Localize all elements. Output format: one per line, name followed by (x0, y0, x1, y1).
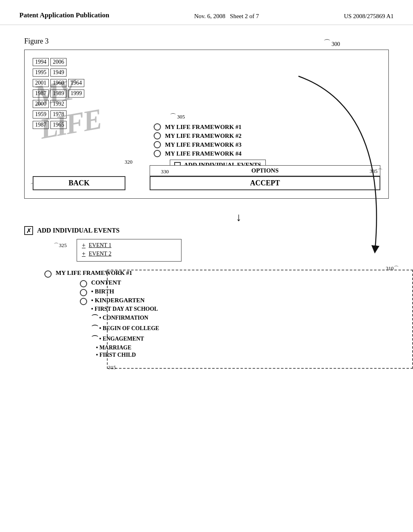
event-label-2: EVENT 2 (89, 251, 111, 257)
year-row-5: 2000 1992 (32, 99, 153, 109)
year-tag: 1994 (33, 58, 49, 66)
confirmation-label: ⌒• CONFIRMATION (91, 313, 389, 323)
ref-305: 305 (170, 112, 380, 121)
header-date: Nov. 6, 2008 (194, 13, 225, 19)
year-tag: 1995 (33, 69, 49, 77)
year-tag: 1989 (50, 89, 67, 98)
bottom-framework-label-1: MY LIFE FRAMEWORK #1 (56, 270, 132, 276)
page-header: Patent Application Publication Nov. 6, 2… (0, 0, 413, 25)
radio-3[interactable] (154, 141, 161, 148)
header-sheet: Sheet 2 of 7 (230, 13, 259, 19)
ref-315: 315 (108, 364, 116, 371)
year-row-4: 1987 1989 1999 (32, 89, 153, 98)
events-box: ⌒325 + EVENT 1 + EVENT 2 (77, 239, 181, 262)
radio-bottom-1[interactable] (44, 270, 52, 278)
marriage-label: • MARRIAGE (96, 345, 389, 351)
year-row-2: 1995 1949 (32, 68, 153, 77)
event-item-2: + EVENT 2 (82, 250, 176, 258)
accept-button[interactable]: ACCEPT (150, 176, 380, 190)
options-label: OPTIONS (251, 167, 279, 174)
framework-list: 305 MY LIFE FRAMEWORK #1 MY LIFE FRAMEWO… (154, 112, 380, 170)
radio-bottom-content[interactable] (80, 280, 87, 287)
years-area: 1994 2006 1995 1949 2001 1960 1964 1987 … (32, 57, 153, 131)
first-child-label: • FIRST CHILD (96, 352, 389, 358)
bottom-frameworks: 310⌒ MY LIFE FRAMEWORK #1 CONTENT • BIRT… (44, 270, 389, 369)
radio-4[interactable] (154, 150, 161, 157)
framework-label-2: MY LIFE FRAMEWORK #2 (165, 133, 242, 139)
year-row-6: 1959 1978 (32, 110, 153, 119)
header-title: Patent Application Publication (19, 11, 109, 19)
year-tag: 2000 (33, 100, 49, 108)
accept-label: ACCEPT (250, 179, 280, 187)
framework-label-3: MY LIFE FRAMEWORK #3 (165, 141, 242, 148)
engagement-label: ⌒• ENGAGEMENT (91, 334, 389, 344)
event-item-1: + EVENT 1 (82, 242, 176, 249)
bottom-area: 310⌒ MY LIFE FRAMEWORK #1 CONTENT • BIRT… (24, 270, 389, 369)
main-content: Figure 3 300 1994 2006 1995 1949 2001 19… (0, 25, 413, 381)
year-tag: 1965 (50, 121, 67, 129)
add-individual-main-label: ADD INDIVIDUAL EVENTS (37, 227, 119, 234)
year-tag: 1987 (33, 121, 49, 129)
year-row-1: 1994 2006 (32, 57, 153, 67)
options-bar[interactable]: OPTIONS (150, 165, 380, 176)
year-tag: 1992 (50, 100, 67, 108)
radio-bottom-birth[interactable] (80, 289, 87, 296)
framework-item-2: MY LIFE FRAMEWORK #2 (154, 132, 380, 139)
ref-330: 330 (161, 168, 169, 175)
college-label: ⌒• BEGIN OF COLLEGE (91, 324, 389, 333)
ref-320: 320 (125, 159, 133, 165)
radio-bottom-kinder[interactable] (80, 298, 87, 305)
framework-label-1: MY LIFE FRAMEWORK #1 (165, 124, 242, 131)
ref-300: 300 (323, 39, 340, 48)
back-label: BACK (69, 179, 90, 187)
content-label: CONTENT (91, 279, 121, 286)
ref-325: ⌒325 (54, 242, 67, 249)
year-tag: 2006 (50, 58, 67, 66)
back-button[interactable]: BACK (33, 176, 125, 190)
checkbox-x-checked[interactable]: ✗ (24, 226, 33, 235)
framework-label-4: MY LIFE FRAMEWORK #4 (165, 150, 242, 157)
bottom-framework-1: MY LIFE FRAMEWORK #1 (44, 270, 389, 278)
year-tag: 1964 (68, 79, 84, 87)
framework-item-4: MY LIFE FRAMEWORK #4 (154, 150, 380, 157)
ref-335: 335⌒ (370, 168, 383, 175)
year-row-3: 2001 1960 1964 (32, 78, 153, 88)
kinder-label: • KINDERGARTEN (91, 297, 145, 304)
year-tag: 1987 (33, 89, 49, 98)
header-patent: US 2008/275869 A1 (344, 11, 394, 20)
birth-label: • BIRTH (91, 288, 114, 295)
framework-item-3: MY LIFE FRAMEWORK #3 (154, 141, 380, 148)
top-diagram-box: 300 1994 2006 1995 1949 2001 1960 1964 1… (24, 50, 389, 199)
radio-1[interactable] (154, 123, 161, 131)
bottom-framework-kinder: • KINDERGARTEN (80, 297, 389, 305)
plus-icon-2[interactable]: + (82, 250, 86, 258)
radio-2[interactable] (154, 132, 161, 139)
year-tag: 1960 (50, 79, 67, 87)
ref-310: 310⌒ (386, 265, 399, 272)
first-day-label: • FIRST DAY AT SCHOOL (91, 306, 389, 312)
year-tag: 2001 (33, 79, 49, 87)
year-tag: 1999 (68, 89, 84, 98)
year-tag: 1949 (50, 69, 67, 77)
year-tag: 1978 (50, 110, 67, 118)
year-row-7: 1987 1965 (32, 120, 153, 130)
bottom-framework-birth: • BIRTH (80, 288, 389, 296)
header-center: Nov. 6, 2008 Sheet 2 of 7 (194, 11, 259, 20)
plus-icon-1[interactable]: + (82, 242, 86, 249)
bottom-framework-content: CONTENT (80, 279, 389, 287)
year-tag: 1959 (33, 110, 49, 118)
framework-item-1: MY LIFE FRAMEWORK #1 (154, 123, 380, 131)
add-individual-section: ✗ ADD INDIVIDUAL EVENTS (24, 226, 389, 235)
arrow-down: ↓ (56, 211, 413, 224)
event-label-1: EVENT 1 (89, 242, 111, 249)
